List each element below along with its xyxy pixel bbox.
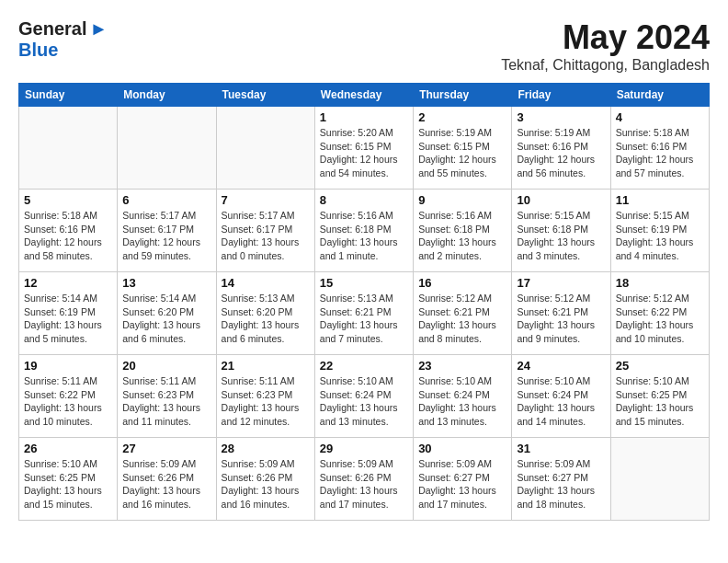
day-number: 26 bbox=[24, 442, 112, 455]
calendar-day-header: Thursday bbox=[414, 84, 512, 107]
calendar-day-header: Monday bbox=[118, 84, 216, 107]
day-number: 24 bbox=[517, 359, 605, 373]
day-info: Sunrise: 5:13 AMSunset: 6:21 PMDaylight:… bbox=[320, 292, 408, 346]
day-number: 25 bbox=[616, 359, 704, 373]
calendar-day-cell: 27Sunrise: 5:09 AMSunset: 6:26 PMDayligh… bbox=[118, 438, 216, 521]
day-info: Sunrise: 5:14 AMSunset: 6:20 PMDaylight:… bbox=[122, 292, 210, 346]
day-info: Sunrise: 5:11 AMSunset: 6:23 PMDaylight:… bbox=[122, 374, 210, 429]
calendar-day-cell: 4Sunrise: 5:18 AMSunset: 6:16 PMDaylight… bbox=[610, 107, 709, 190]
calendar-day-header: Tuesday bbox=[216, 84, 314, 107]
calendar-day-header: Wednesday bbox=[314, 84, 413, 107]
calendar-day-cell: 24Sunrise: 5:10 AMSunset: 6:24 PMDayligh… bbox=[512, 355, 610, 438]
day-number: 3 bbox=[517, 110, 605, 124]
day-number: 10 bbox=[517, 193, 605, 207]
day-number: 20 bbox=[122, 359, 210, 373]
day-info: Sunrise: 5:12 AMSunset: 6:22 PMDaylight:… bbox=[616, 292, 704, 346]
day-info: Sunrise: 5:16 AMSunset: 6:18 PMDaylight:… bbox=[418, 209, 506, 263]
day-number: 13 bbox=[122, 276, 210, 290]
day-number: 31 bbox=[517, 442, 605, 455]
calendar-day-cell: 16Sunrise: 5:12 AMSunset: 6:21 PMDayligh… bbox=[414, 272, 512, 355]
calendar-day-cell: 5Sunrise: 5:18 AMSunset: 6:16 PMDaylight… bbox=[19, 190, 118, 272]
day-info: Sunrise: 5:09 AMSunset: 6:26 PMDaylight:… bbox=[222, 457, 310, 511]
calendar-day-cell: 7Sunrise: 5:17 AMSunset: 6:17 PMDaylight… bbox=[216, 190, 314, 272]
calendar-day-cell: 13Sunrise: 5:14 AMSunset: 6:20 PMDayligh… bbox=[118, 272, 216, 355]
day-info: Sunrise: 5:19 AMSunset: 6:15 PMDaylight:… bbox=[418, 126, 506, 180]
day-number: 7 bbox=[222, 193, 310, 207]
day-info: Sunrise: 5:10 AMSunset: 6:24 PMDaylight:… bbox=[320, 374, 408, 429]
logo-general: General bbox=[18, 18, 86, 40]
day-number: 30 bbox=[418, 442, 506, 455]
calendar-day-header: Friday bbox=[512, 84, 610, 107]
day-info: Sunrise: 5:15 AMSunset: 6:18 PMDaylight:… bbox=[517, 209, 605, 263]
calendar-day-cell: 31Sunrise: 5:09 AMSunset: 6:27 PMDayligh… bbox=[512, 438, 610, 521]
calendar-week-row: 5Sunrise: 5:18 AMSunset: 6:16 PMDaylight… bbox=[19, 190, 710, 272]
calendar-week-row: 19Sunrise: 5:11 AMSunset: 6:22 PMDayligh… bbox=[19, 355, 710, 438]
calendar-day-cell: 20Sunrise: 5:11 AMSunset: 6:23 PMDayligh… bbox=[118, 355, 216, 438]
calendar-day-header: Sunday bbox=[19, 84, 118, 107]
calendar-day-cell: 25Sunrise: 5:10 AMSunset: 6:25 PMDayligh… bbox=[610, 355, 709, 438]
day-info: Sunrise: 5:11 AMSunset: 6:23 PMDaylight:… bbox=[222, 374, 310, 429]
calendar-day-cell: 6Sunrise: 5:17 AMSunset: 6:17 PMDaylight… bbox=[118, 190, 216, 272]
calendar-week-row: 26Sunrise: 5:10 AMSunset: 6:25 PMDayligh… bbox=[19, 438, 710, 521]
day-number: 11 bbox=[616, 193, 704, 207]
day-info: Sunrise: 5:09 AMSunset: 6:27 PMDaylight:… bbox=[517, 457, 605, 511]
logo-blue: Blue bbox=[18, 40, 58, 60]
day-number: 4 bbox=[616, 110, 704, 124]
day-number: 19 bbox=[24, 359, 112, 373]
day-info: Sunrise: 5:10 AMSunset: 6:25 PMDaylight:… bbox=[24, 457, 112, 511]
day-number: 14 bbox=[222, 276, 310, 290]
day-number: 17 bbox=[517, 276, 605, 290]
calendar-day-cell: 23Sunrise: 5:10 AMSunset: 6:24 PMDayligh… bbox=[414, 355, 512, 438]
day-info: Sunrise: 5:14 AMSunset: 6:19 PMDaylight:… bbox=[24, 292, 112, 346]
day-number: 18 bbox=[616, 276, 704, 290]
calendar-day-cell bbox=[19, 107, 118, 190]
day-info: Sunrise: 5:12 AMSunset: 6:21 PMDaylight:… bbox=[517, 292, 605, 346]
logo: General ► Blue bbox=[18, 18, 108, 61]
calendar-day-header: Saturday bbox=[610, 84, 709, 107]
calendar-day-cell: 12Sunrise: 5:14 AMSunset: 6:19 PMDayligh… bbox=[19, 272, 118, 355]
location-subtitle: Teknaf, Chittagong, Bangladesh bbox=[501, 57, 710, 74]
calendar-week-row: 12Sunrise: 5:14 AMSunset: 6:19 PMDayligh… bbox=[19, 272, 710, 355]
page-header: General ► Blue May 2024 Teknaf, Chittago… bbox=[18, 18, 710, 74]
calendar-day-cell: 1Sunrise: 5:20 AMSunset: 6:15 PMDaylight… bbox=[314, 107, 413, 190]
day-number: 5 bbox=[24, 193, 112, 207]
day-info: Sunrise: 5:16 AMSunset: 6:18 PMDaylight:… bbox=[320, 209, 408, 263]
calendar-day-cell: 29Sunrise: 5:09 AMSunset: 6:26 PMDayligh… bbox=[314, 438, 413, 521]
day-number: 28 bbox=[222, 442, 310, 455]
day-info: Sunrise: 5:18 AMSunset: 6:16 PMDaylight:… bbox=[24, 209, 112, 263]
day-number: 23 bbox=[418, 359, 506, 373]
calendar-day-cell bbox=[610, 438, 709, 521]
day-number: 27 bbox=[122, 442, 210, 455]
day-info: Sunrise: 5:10 AMSunset: 6:25 PMDaylight:… bbox=[616, 374, 704, 429]
day-info: Sunrise: 5:13 AMSunset: 6:20 PMDaylight:… bbox=[222, 292, 310, 346]
calendar-day-cell: 10Sunrise: 5:15 AMSunset: 6:18 PMDayligh… bbox=[512, 190, 610, 272]
calendar-day-cell: 26Sunrise: 5:10 AMSunset: 6:25 PMDayligh… bbox=[19, 438, 118, 521]
calendar-day-cell: 9Sunrise: 5:16 AMSunset: 6:18 PMDaylight… bbox=[414, 190, 512, 272]
calendar-day-cell: 28Sunrise: 5:09 AMSunset: 6:26 PMDayligh… bbox=[216, 438, 314, 521]
day-info: Sunrise: 5:10 AMSunset: 6:24 PMDaylight:… bbox=[517, 374, 605, 429]
day-info: Sunrise: 5:11 AMSunset: 6:22 PMDaylight:… bbox=[24, 374, 112, 429]
calendar-day-cell: 8Sunrise: 5:16 AMSunset: 6:18 PMDaylight… bbox=[314, 190, 413, 272]
calendar-week-row: 1Sunrise: 5:20 AMSunset: 6:15 PMDaylight… bbox=[19, 107, 710, 190]
calendar-day-cell: 21Sunrise: 5:11 AMSunset: 6:23 PMDayligh… bbox=[216, 355, 314, 438]
day-number: 22 bbox=[320, 359, 408, 373]
day-number: 2 bbox=[418, 110, 506, 124]
day-info: Sunrise: 5:18 AMSunset: 6:16 PMDaylight:… bbox=[616, 126, 704, 180]
calendar-day-cell: 17Sunrise: 5:12 AMSunset: 6:21 PMDayligh… bbox=[512, 272, 610, 355]
calendar-day-cell: 11Sunrise: 5:15 AMSunset: 6:19 PMDayligh… bbox=[610, 190, 709, 272]
day-number: 1 bbox=[320, 110, 408, 124]
month-title: May 2024 bbox=[501, 18, 710, 57]
day-number: 12 bbox=[24, 276, 112, 290]
day-number: 9 bbox=[418, 193, 506, 207]
calendar-day-cell: 3Sunrise: 5:19 AMSunset: 6:16 PMDaylight… bbox=[512, 107, 610, 190]
calendar-day-cell: 30Sunrise: 5:09 AMSunset: 6:27 PMDayligh… bbox=[414, 438, 512, 521]
calendar-day-cell: 22Sunrise: 5:10 AMSunset: 6:24 PMDayligh… bbox=[314, 355, 413, 438]
calendar-day-cell: 18Sunrise: 5:12 AMSunset: 6:22 PMDayligh… bbox=[610, 272, 709, 355]
calendar-day-cell: 14Sunrise: 5:13 AMSunset: 6:20 PMDayligh… bbox=[216, 272, 314, 355]
day-info: Sunrise: 5:19 AMSunset: 6:16 PMDaylight:… bbox=[517, 126, 605, 180]
day-info: Sunrise: 5:09 AMSunset: 6:26 PMDaylight:… bbox=[122, 457, 210, 511]
logo-arrow-icon: ► bbox=[89, 18, 108, 40]
calendar-day-cell bbox=[118, 107, 216, 190]
calendar-day-cell: 19Sunrise: 5:11 AMSunset: 6:22 PMDayligh… bbox=[19, 355, 118, 438]
calendar-day-cell: 15Sunrise: 5:13 AMSunset: 6:21 PMDayligh… bbox=[314, 272, 413, 355]
